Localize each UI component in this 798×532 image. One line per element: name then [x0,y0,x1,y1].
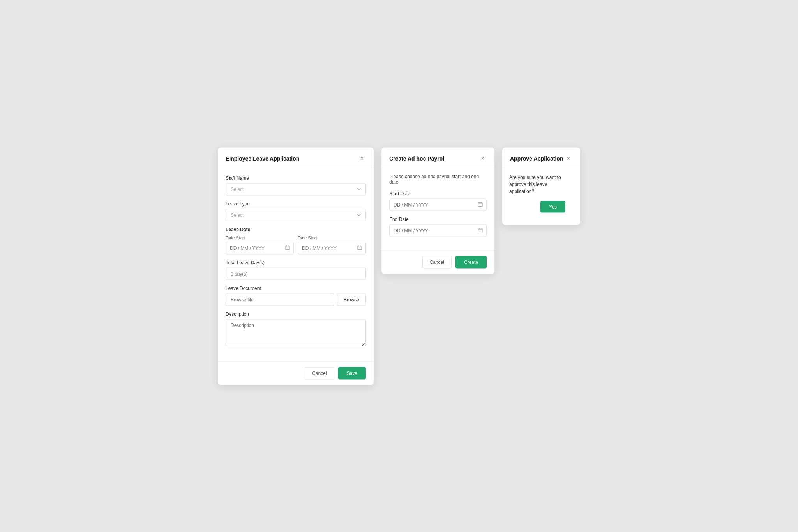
payroll-modal-header: Create Ad hoc Payroll × [381,147,494,168]
payroll-end-date-group: End Date [389,216,487,237]
staff-name-select[interactable]: Select [226,183,366,195]
description-label: Description [226,311,366,316]
leave-date-section-title: Leave Date [226,226,366,232]
file-upload-wrapper: Browse [226,293,366,306]
staff-name-group: Staff Name Select [226,175,366,195]
leave-document-group: Leave Document Browse [226,285,366,306]
date-start-wrapper-2 [298,242,366,254]
description-group: Description [226,311,366,348]
date-row: Date Start [226,235,366,254]
payroll-subtitle: Please choose ad hoc payroll start and e… [389,173,487,184]
approve-modal-close-button[interactable]: × [565,154,572,162]
leave-type-label: Leave Type [226,201,366,206]
payroll-modal-footer: Cancel Create [381,250,494,274]
approve-modal: Approve Application × Are you sure you w… [502,147,580,225]
leave-application-modal: Employee Leave Application × Staff Name … [218,147,374,385]
date-start-wrapper-1 [226,242,294,254]
payroll-modal-title: Create Ad hoc Payroll [389,155,446,161]
leave-modal-title: Employee Leave Application [226,155,299,161]
leave-modal-header: Employee Leave Application × [218,147,374,168]
approve-modal-footer: Yes [509,201,573,218]
total-leave-label: Total Leave Day(s) [226,260,366,265]
payroll-start-date-group: Start Date [389,191,487,211]
approve-message: Are you sure you want to approve this le… [509,173,573,194]
payroll-end-date-input[interactable] [389,224,487,237]
total-leave-input[interactable] [226,267,366,280]
leave-modal-close-button[interactable]: × [358,154,366,162]
approve-yes-button[interactable]: Yes [540,201,565,212]
leave-modal-body: Staff Name Select Leave Type Select Leav… [218,168,374,361]
leave-type-group: Leave Type Select [226,201,366,221]
payroll-cancel-button[interactable]: Cancel [422,256,452,268]
leave-modal-footer: Cancel Save [218,361,374,385]
approve-modal-header: Approve Application × [502,147,580,168]
date-start-label-2: Date Start [298,235,366,240]
approve-modal-body: Are you sure you want to approve this le… [502,168,580,225]
browse-button[interactable]: Browse [337,293,366,306]
approve-modal-title: Approve Application [510,155,563,161]
payroll-end-date-wrapper [389,224,487,237]
total-leave-group: Total Leave Day(s) [226,260,366,280]
leave-document-label: Leave Document [226,285,366,291]
leave-save-button[interactable]: Save [338,367,366,379]
payroll-create-button[interactable]: Create [455,256,487,268]
leave-cancel-button[interactable]: Cancel [305,367,334,379]
leave-type-select[interactable]: Select [226,209,366,221]
payroll-end-date-label: End Date [389,216,487,222]
date-start-label-1: Date Start [226,235,294,240]
date-start-input-1[interactable] [226,242,294,254]
staff-name-label: Staff Name [226,175,366,180]
date-start-field-1: Date Start [226,235,294,254]
payroll-start-date-wrapper [389,198,487,211]
payroll-start-date-label: Start Date [389,191,487,196]
payroll-modal: Create Ad hoc Payroll × Please choose ad… [381,147,494,274]
browse-file-input[interactable] [226,293,334,306]
description-textarea[interactable] [226,319,366,346]
payroll-start-date-input[interactable] [389,198,487,211]
leave-date-group: Leave Date Date Start [226,226,366,254]
date-start-field-2: Date Start [298,235,366,254]
payroll-modal-close-button[interactable]: × [479,154,487,162]
date-start-input-2[interactable] [298,242,366,254]
dialogs-container: Employee Leave Application × Staff Name … [218,147,580,385]
payroll-modal-body: Please choose ad hoc payroll start and e… [381,168,494,250]
